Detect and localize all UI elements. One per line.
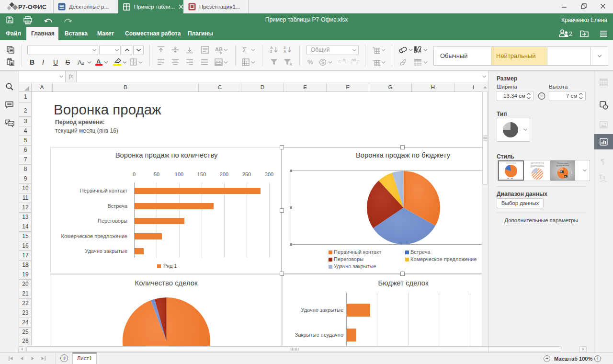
svg-text:2: 2 (419, 48, 421, 53)
svg-text:ДИАГРАММЫ: ДИАГРАММЫ (531, 165, 545, 168)
svg-text:S: S (321, 60, 325, 65)
svg-text:-: - (373, 58, 375, 63)
svg-text:др мир многих: др мир многих (556, 164, 569, 167)
svg-text:2: 2 (569, 30, 572, 37)
svg-text:ЗАГОЛОВ ОК: ЗАГОЛОВ ОК (531, 162, 545, 165)
